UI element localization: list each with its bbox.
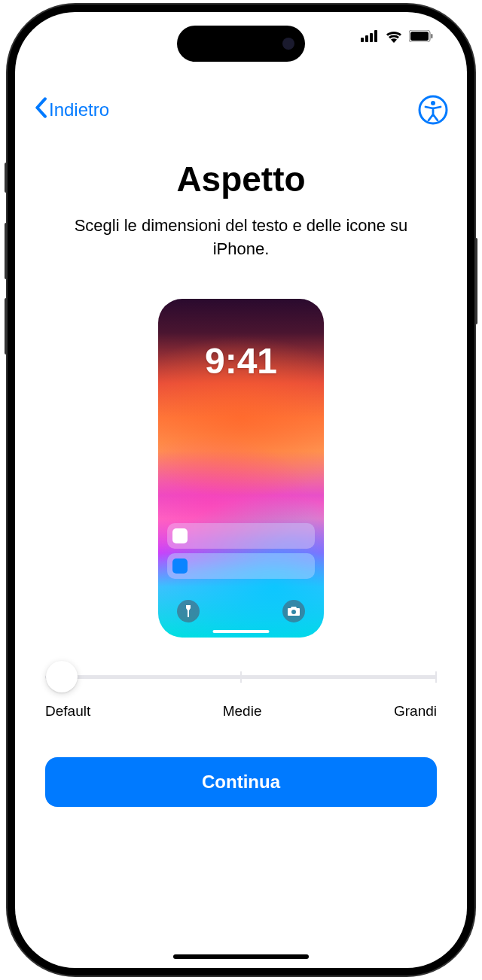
svg-rect-0 bbox=[361, 38, 364, 42]
accessibility-button[interactable] bbox=[418, 95, 448, 125]
slider-label-mid: Medie bbox=[223, 703, 262, 720]
battery-icon bbox=[409, 30, 433, 45]
volume-down-button bbox=[5, 298, 8, 355]
flashlight-icon bbox=[177, 600, 200, 622]
main-content: Aspetto Scegli le dimensioni del testo e… bbox=[15, 159, 467, 968]
back-label: Indietro bbox=[49, 99, 109, 120]
slider-labels: Default Medie Grandi bbox=[45, 703, 437, 720]
back-button[interactable]: Indietro bbox=[34, 97, 109, 123]
size-slider[interactable] bbox=[45, 675, 437, 679]
slider-thumb[interactable] bbox=[46, 661, 78, 692]
page-title: Aspetto bbox=[176, 159, 305, 199]
slider-tick bbox=[240, 671, 242, 683]
power-button bbox=[474, 238, 477, 324]
preview-shortcuts bbox=[158, 600, 324, 622]
svg-point-8 bbox=[431, 101, 435, 105]
svg-rect-5 bbox=[410, 32, 429, 41]
screen: Indietro Aspetto Scegli le dimensioni de… bbox=[15, 12, 467, 968]
slider-label-max: Grandi bbox=[394, 703, 437, 720]
preview-notification bbox=[167, 553, 315, 579]
preview-clock: 9:41 bbox=[158, 340, 324, 382]
svg-rect-1 bbox=[365, 35, 368, 42]
chevron-left-icon bbox=[34, 97, 47, 123]
dynamic-island bbox=[177, 26, 305, 62]
slider-label-min: Default bbox=[45, 703, 90, 720]
cellular-signal-icon bbox=[361, 29, 379, 47]
home-indicator[interactable] bbox=[173, 954, 309, 959]
status-bar bbox=[361, 29, 433, 47]
volume-up-button bbox=[5, 223, 8, 279]
device-frame: Indietro Aspetto Scegli le dimensioni de… bbox=[8, 5, 474, 975]
svg-rect-3 bbox=[374, 30, 377, 42]
svg-rect-2 bbox=[370, 33, 373, 42]
wifi-icon bbox=[385, 29, 403, 47]
side-button bbox=[5, 163, 8, 193]
slider-tick bbox=[435, 671, 437, 683]
preview-home-indicator bbox=[213, 630, 270, 633]
appearance-preview: 9:41 bbox=[158, 299, 324, 638]
preview-notification bbox=[167, 523, 315, 549]
camera-icon bbox=[282, 600, 305, 622]
svg-rect-6 bbox=[431, 34, 433, 38]
navigation-bar: Indietro bbox=[15, 95, 467, 125]
page-subtitle: Scegli le dimensioni del testo e delle i… bbox=[45, 215, 437, 261]
slider-track bbox=[45, 675, 437, 679]
continue-button[interactable]: Continua bbox=[45, 757, 437, 807]
